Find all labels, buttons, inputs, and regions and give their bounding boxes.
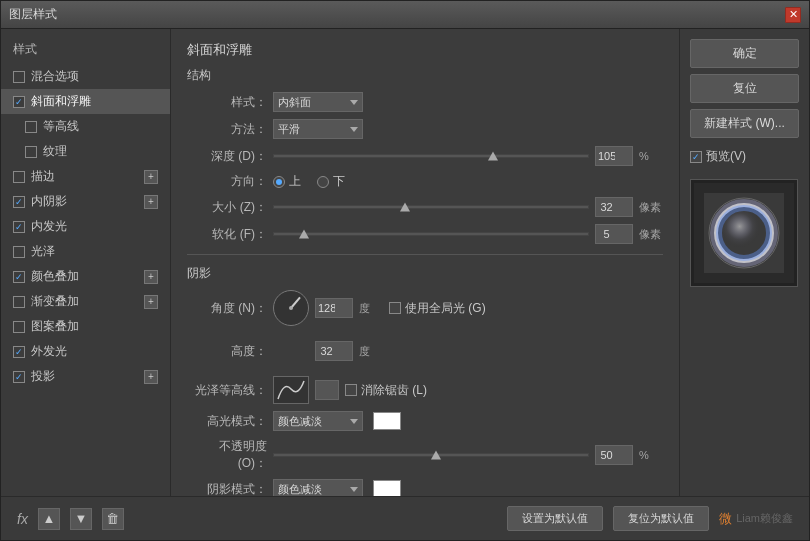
confirm-button[interactable]: 确定 bbox=[690, 39, 799, 68]
color-overlay-add-button[interactable]: + bbox=[144, 270, 158, 284]
outer-glow-checkbox[interactable]: ✓ bbox=[13, 346, 25, 358]
new-style-button[interactable]: 新建样式 (W)... bbox=[690, 109, 799, 138]
satin-checkbox[interactable] bbox=[13, 246, 25, 258]
sidebar-item-gradient-overlay[interactable]: 渐变叠加 + bbox=[1, 289, 170, 314]
stroke-label: 描边 bbox=[31, 168, 55, 185]
shadow-section-title: 阴影 bbox=[187, 265, 663, 282]
move-up-button[interactable]: ▲ bbox=[38, 508, 60, 530]
contour-checkbox[interactable] bbox=[25, 121, 37, 133]
blend-options-checkbox[interactable] bbox=[13, 71, 25, 83]
depth-row: 深度 (D)： 105 % bbox=[187, 146, 663, 166]
sidebar-item-drop-shadow[interactable]: ✓ 投影 + bbox=[1, 364, 170, 389]
preview-label[interactable]: ✓ 预览(V) bbox=[690, 148, 799, 165]
highlight-opacity-input[interactable]: 50 bbox=[595, 445, 633, 465]
stroke-checkbox[interactable] bbox=[13, 171, 25, 183]
gloss-label: 光泽等高线： bbox=[187, 382, 267, 399]
direction-up-label[interactable]: 上 bbox=[273, 173, 301, 190]
size-input[interactable]: 32 bbox=[595, 197, 633, 217]
soften-label: 软化 (F)： bbox=[187, 226, 267, 243]
use-global-light-label[interactable]: 使用全局光 (G) bbox=[389, 300, 486, 317]
direction-row: 方向： 上 下 bbox=[187, 173, 663, 190]
style-select[interactable]: 内斜面 外斜面 浮雕效果 枕状浮雕 描边浮雕 bbox=[273, 92, 363, 112]
gradient-overlay-add-button[interactable]: + bbox=[144, 295, 158, 309]
set-default-button[interactable]: 设置为默认值 bbox=[507, 506, 603, 531]
highlight-color-swatch[interactable] bbox=[373, 412, 401, 430]
sidebar-item-pattern-overlay[interactable]: 图案叠加 bbox=[1, 314, 170, 339]
anti-alias-checkbox[interactable] bbox=[345, 384, 357, 396]
inner-glow-label: 内发光 bbox=[31, 218, 67, 235]
direction-down-radio[interactable] bbox=[317, 176, 329, 188]
inner-glow-checkbox[interactable]: ✓ bbox=[13, 221, 25, 233]
direction-up-radio[interactable] bbox=[273, 176, 285, 188]
svg-point-6 bbox=[722, 211, 766, 255]
contour-label: 等高线 bbox=[43, 118, 79, 135]
gloss-row: 光泽等高线： ▾ 消除锯齿 (L) bbox=[187, 376, 663, 404]
angle-center bbox=[289, 306, 293, 310]
texture-label: 纹理 bbox=[43, 143, 67, 160]
method-select[interactable]: 平滑 雕刻清晰 雕刻柔和 bbox=[273, 119, 363, 139]
sidebar-item-stroke[interactable]: 描边 + bbox=[1, 164, 170, 189]
sidebar-item-bevel-emboss[interactable]: ✓ 斜面和浮雕 bbox=[1, 89, 170, 114]
title-bar: 图层样式 ✕ bbox=[1, 1, 809, 29]
sidebar-item-inner-glow[interactable]: ✓ 内发光 bbox=[1, 214, 170, 239]
main-panel: 斜面和浮雕 结构 样式： 内斜面 外斜面 浮雕效果 枕状浮雕 描边浮雕 方法： … bbox=[171, 29, 679, 496]
delete-button[interactable]: 🗑 bbox=[102, 508, 124, 530]
depth-input[interactable]: 105 bbox=[595, 146, 633, 166]
size-row: 大小 (Z)： 32 像素 bbox=[187, 197, 663, 217]
inner-shadow-checkbox[interactable]: ✓ bbox=[13, 196, 25, 208]
watermark: 微 Liam赖俊鑫 bbox=[719, 510, 793, 528]
bevel-emboss-label: 斜面和浮雕 bbox=[31, 93, 91, 110]
sidebar-item-contour[interactable]: 等高线 bbox=[1, 114, 170, 139]
highlight-opacity-row: 不透明度 (O)： 50 % bbox=[187, 438, 663, 472]
direction-down-label[interactable]: 下 bbox=[317, 173, 345, 190]
altitude-row: 高度： 32 度 bbox=[187, 333, 663, 369]
method-label: 方法： bbox=[187, 121, 267, 138]
right-panel: 确定 复位 新建样式 (W)... ✓ 预览(V) bbox=[679, 29, 809, 496]
angle-unit: 度 bbox=[359, 301, 383, 316]
sidebar-item-blend-options[interactable]: 混合选项 bbox=[1, 64, 170, 89]
shadow-mode-select[interactable]: 颜色减淡 正常 正片叠底 bbox=[273, 479, 363, 496]
angle-label: 角度 (N)： bbox=[187, 300, 267, 317]
sidebar-item-color-overlay[interactable]: ✓ 颜色叠加 + bbox=[1, 264, 170, 289]
pattern-overlay-checkbox[interactable] bbox=[13, 321, 25, 333]
sidebar-item-satin[interactable]: 光泽 bbox=[1, 239, 170, 264]
weibo-icon: 微 bbox=[719, 510, 732, 528]
dialog-window: 图层样式 ✕ 样式 混合选项 ✓ 斜面和浮雕 等高线 bbox=[0, 0, 810, 541]
sidebar-item-texture[interactable]: 纹理 bbox=[1, 139, 170, 164]
color-overlay-checkbox[interactable]: ✓ bbox=[13, 271, 25, 283]
sidebar-section-title: 样式 bbox=[1, 37, 170, 64]
drop-shadow-label: 投影 bbox=[31, 368, 55, 385]
move-down-button[interactable]: ▼ bbox=[70, 508, 92, 530]
stroke-add-button[interactable]: + bbox=[144, 170, 158, 184]
texture-checkbox[interactable] bbox=[25, 146, 37, 158]
bevel-emboss-checkbox[interactable]: ✓ bbox=[13, 96, 25, 108]
reset-default-button[interactable]: 复位为默认值 bbox=[613, 506, 709, 531]
anti-alias-label[interactable]: 消除锯齿 (L) bbox=[345, 382, 427, 399]
reset-button[interactable]: 复位 bbox=[690, 74, 799, 103]
gradient-overlay-checkbox[interactable] bbox=[13, 296, 25, 308]
direction-options: 上 下 bbox=[273, 173, 345, 190]
inner-shadow-add-button[interactable]: + bbox=[144, 195, 158, 209]
close-button[interactable]: ✕ bbox=[785, 7, 801, 23]
shadow-color-swatch[interactable] bbox=[373, 480, 401, 496]
section-title: 斜面和浮雕 bbox=[187, 41, 663, 59]
altitude-input[interactable]: 32 bbox=[315, 341, 353, 361]
drop-shadow-checkbox[interactable]: ✓ bbox=[13, 371, 25, 383]
use-global-light-checkbox[interactable] bbox=[389, 302, 401, 314]
preview-checkbox[interactable]: ✓ bbox=[690, 151, 702, 163]
highlight-opacity-label: 不透明度 (O)： bbox=[187, 438, 267, 472]
content-area: 样式 混合选项 ✓ 斜面和浮雕 等高线 纹理 bbox=[1, 29, 809, 496]
use-global-light-text: 使用全局光 (G) bbox=[405, 300, 486, 317]
bottom-bar: fx ▲ ▼ 🗑 设置为默认值 复位为默认值 微 Liam赖俊鑫 bbox=[1, 496, 809, 540]
sidebar-item-inner-shadow[interactable]: ✓ 内阴影 + bbox=[1, 189, 170, 214]
soften-input[interactable]: 5 bbox=[595, 224, 633, 244]
gloss-curve-select[interactable]: ▾ bbox=[315, 380, 339, 400]
sidebar-item-outer-glow[interactable]: ✓ 外发光 bbox=[1, 339, 170, 364]
highlight-mode-select[interactable]: 颜色减淡 正常 滤色 bbox=[273, 411, 363, 431]
angle-dial[interactable] bbox=[273, 290, 309, 326]
drop-shadow-add-button[interactable]: + bbox=[144, 370, 158, 384]
depth-slider-container bbox=[273, 154, 589, 158]
gloss-curve-preview[interactable] bbox=[273, 376, 309, 404]
size-unit: 像素 bbox=[639, 200, 663, 215]
angle-input[interactable]: 128 bbox=[315, 298, 353, 318]
